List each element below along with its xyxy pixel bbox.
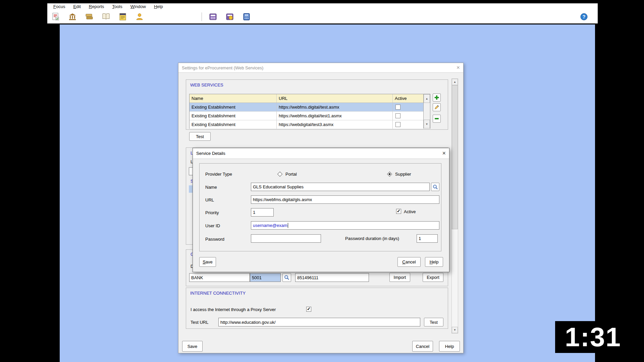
menu-item-window[interactable]: Window xyxy=(126,4,150,9)
test-url-label: Test URL xyxy=(191,320,208,325)
priority-label: Priority xyxy=(205,210,219,215)
menu-item-focus[interactable]: Focus xyxy=(49,4,69,9)
password-label: Password xyxy=(205,237,224,242)
open-book-icon[interactable] xyxy=(101,12,111,22)
cell-name: Existing Establishment xyxy=(190,103,277,111)
web-services-rows: Existing Establishmenthttps://webfms.dig… xyxy=(190,103,430,129)
proxy-label: I access the Internet through a Proxy Se… xyxy=(191,307,276,312)
row-active-checkbox[interactable] xyxy=(395,113,400,118)
settings-dialog-title: Settings for eProcurement (Web Services) xyxy=(182,65,263,70)
password-field[interactable] xyxy=(251,234,321,243)
service-cancel-button[interactable]: Cancel xyxy=(397,257,421,267)
svg-text:?: ? xyxy=(583,14,586,19)
active-label: Active xyxy=(404,209,416,214)
name-label: Name xyxy=(205,185,217,190)
toolbar: ? xyxy=(47,10,598,23)
text-caret xyxy=(288,223,288,228)
portal-label: Portal xyxy=(285,172,297,177)
table-scrollbar[interactable]: ▲ ▼ xyxy=(423,94,430,128)
url-field[interactable]: https://webfms.digital/gls.asmx xyxy=(251,195,439,204)
password-duration-label: Password duration (in days) xyxy=(345,236,399,241)
toolbar-separator xyxy=(202,12,202,21)
service-help-button[interactable]: Help xyxy=(425,257,443,267)
remove-button[interactable] xyxy=(433,115,441,123)
service-details-dialog: Service Details × Provider Type Portal S… xyxy=(193,148,449,272)
row-active-checkbox[interactable] xyxy=(395,105,400,110)
export-button[interactable]: Export xyxy=(423,273,443,282)
service-details-titlebar: Service Details × xyxy=(193,148,449,159)
supplier-label: Supplier xyxy=(395,172,411,177)
scrollbar-thumb[interactable] xyxy=(452,85,458,229)
header-url[interactable]: URL xyxy=(277,94,393,103)
cell-active xyxy=(393,112,424,120)
web-services-test-button[interactable]: Test xyxy=(189,132,211,141)
menu-item-tools[interactable]: Tools xyxy=(108,4,126,9)
budget-notepad-icon[interactable] xyxy=(118,12,128,22)
user-id-value: username@exam xyxy=(253,223,287,228)
settings-save-button[interactable]: Save xyxy=(182,341,203,352)
cell-url: https://webdigital/test3.asmx xyxy=(277,120,393,129)
web-service-row[interactable]: Existing Establishmenthttps://webfms.dig… xyxy=(190,112,430,120)
add-button[interactable] xyxy=(433,94,441,102)
cell-active xyxy=(393,103,424,111)
menu-bar: FocusEditReportsToolsWindowHelp xyxy=(47,3,598,10)
header-active[interactable]: Active xyxy=(393,94,424,103)
person-icon[interactable] xyxy=(135,12,145,22)
help-icon[interactable]: ? xyxy=(579,12,589,22)
user-id-field[interactable]: username@exam xyxy=(251,221,439,230)
edit-button[interactable] xyxy=(433,103,441,111)
settings-help-button[interactable]: Help xyxy=(439,341,460,352)
header-name[interactable]: Name xyxy=(190,94,277,103)
internet-connectivity-group: INTERNET CONNECTIVITY I access the Inter… xyxy=(186,288,448,329)
table-scroll-down-icon[interactable]: ▼ xyxy=(424,120,430,128)
billing-icon[interactable] xyxy=(208,12,218,22)
ledger-code-field[interactable]: 5001 xyxy=(250,273,281,282)
cell-name: Existing Establishment xyxy=(190,120,277,129)
import-button[interactable]: Import xyxy=(389,273,410,282)
timer-overlay: 1:31 xyxy=(555,321,631,353)
internet-heading: INTERNET CONNECTIVITY xyxy=(190,291,246,296)
name-field[interactable]: GLS Educational Supplies xyxy=(251,183,430,191)
web-services-table: Name URL Active Existing Establishmentht… xyxy=(189,94,430,129)
ledger-account-field[interactable]: BANK xyxy=(189,273,250,282)
settings-cancel-button[interactable]: Cancel xyxy=(412,341,433,352)
scroll-down-icon[interactable]: ▼ xyxy=(452,327,458,333)
user-id-label: User ID xyxy=(205,223,220,228)
name-search-button[interactable] xyxy=(431,183,439,191)
scroll-up-icon[interactable]: ▲ xyxy=(452,79,458,85)
ledger-icon[interactable] xyxy=(84,12,94,22)
dialog-scrollbar[interactable]: ▲ ▼ xyxy=(451,78,458,334)
row-active-checkbox[interactable] xyxy=(395,122,400,127)
test-url-field[interactable]: http://www.education.gov.uk/ xyxy=(218,318,420,326)
web-service-row[interactable]: Existing Establishmenthttps://webfms.dig… xyxy=(190,103,430,112)
cell-url: https://webfms.digital/test1.asmx xyxy=(277,112,393,120)
url-label: URL xyxy=(205,197,214,202)
priority-field[interactable]: 1 xyxy=(251,208,274,217)
menu-item-reports[interactable]: Reports xyxy=(85,4,108,9)
settings-dialog-titlebar: Settings for eProcurement (Web Services)… xyxy=(178,63,463,73)
close-icon[interactable]: × xyxy=(457,64,460,71)
bank-icon[interactable] xyxy=(67,12,77,22)
internet-test-button[interactable]: Test xyxy=(424,318,443,326)
table-header: Name URL Active xyxy=(190,94,430,103)
web-services-heading: WEB SERVICES xyxy=(190,82,223,87)
close-icon[interactable]: × xyxy=(442,150,446,157)
service-details-title: Service Details xyxy=(196,151,225,156)
password-duration-field[interactable]: 1 xyxy=(417,234,438,243)
provider-type-label: Provider Type xyxy=(205,172,232,177)
active-checkbox[interactable] xyxy=(396,209,401,214)
report-icon[interactable] xyxy=(51,12,61,22)
cell-active xyxy=(393,120,424,129)
service-save-button[interactable]: Save xyxy=(199,257,216,267)
ledger-number-field[interactable]: 851496111 xyxy=(295,273,369,282)
ledger-search-button[interactable] xyxy=(282,273,291,282)
cell-url: https://webfms.digital/test.asmx xyxy=(277,103,393,111)
coin-ledger-icon[interactable] xyxy=(225,12,235,22)
web-service-row[interactable]: Existing Establishmenthttps://webdigital… xyxy=(190,120,430,129)
proxy-checkbox[interactable] xyxy=(306,307,311,312)
table-scroll-up-icon[interactable]: ▲ xyxy=(424,94,430,103)
calculator-icon[interactable] xyxy=(241,12,252,22)
menu-item-edit[interactable]: Edit xyxy=(69,4,85,9)
menu-item-help[interactable]: Help xyxy=(150,4,167,9)
cell-name: Existing Establishment xyxy=(190,112,277,120)
